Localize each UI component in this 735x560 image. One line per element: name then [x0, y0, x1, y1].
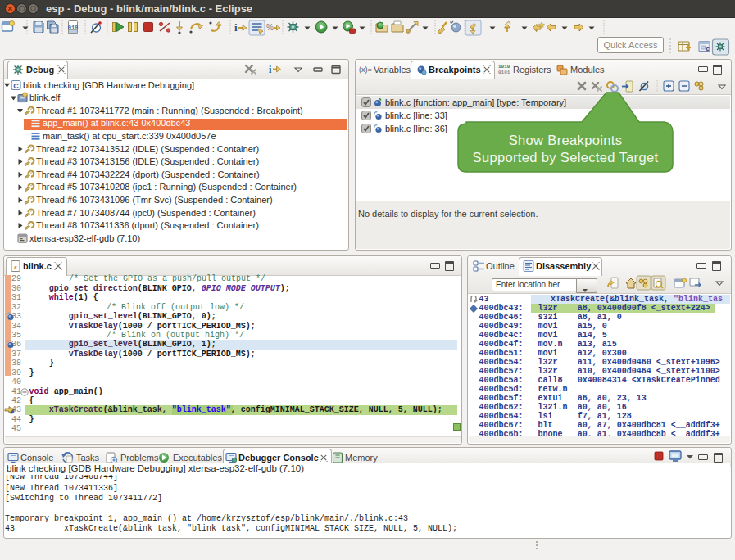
svg-text:Debug: Debug [26, 65, 54, 75]
svg-text:Problems: Problems [120, 453, 159, 463]
svg-text:Disassembly: Disassembly [536, 261, 592, 271]
svg-text:Outline: Outline [486, 261, 515, 271]
svg-text:%: % [266, 23, 274, 32]
svg-text:Tasks: Tasks [76, 453, 100, 463]
svg-text:c: c [706, 45, 710, 52]
svg-text:blink.c: blink.c [23, 261, 52, 271]
svg-text:Debugger Console: Debugger Console [238, 453, 319, 463]
svg-text:i: i [269, 64, 272, 75]
svg-text:Supported by Selected Target: Supported by Selected Target [473, 150, 659, 165]
svg-text:Show Breakpoints: Show Breakpoints [509, 133, 623, 147]
svg-text:Executables: Executables [173, 453, 222, 463]
svg-text:Console: Console [20, 453, 53, 463]
svg-text:c: c [14, 264, 17, 271]
svg-text:Memory: Memory [345, 453, 378, 463]
svg-text:C: C [13, 82, 19, 90]
svg-text:i: i [234, 21, 238, 34]
